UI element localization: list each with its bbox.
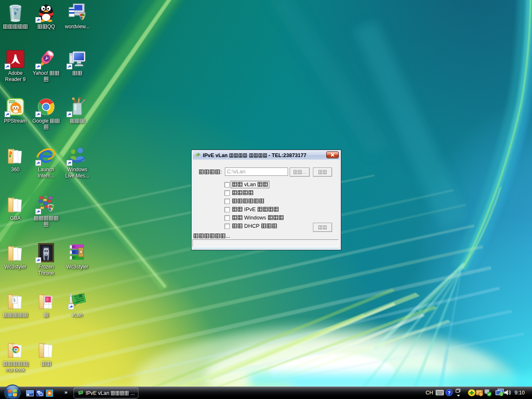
svg-text:!: ! <box>480 392 482 396</box>
svg-text:?: ? <box>448 390 451 395</box>
svg-text:♪: ♪ <box>48 302 49 304</box>
